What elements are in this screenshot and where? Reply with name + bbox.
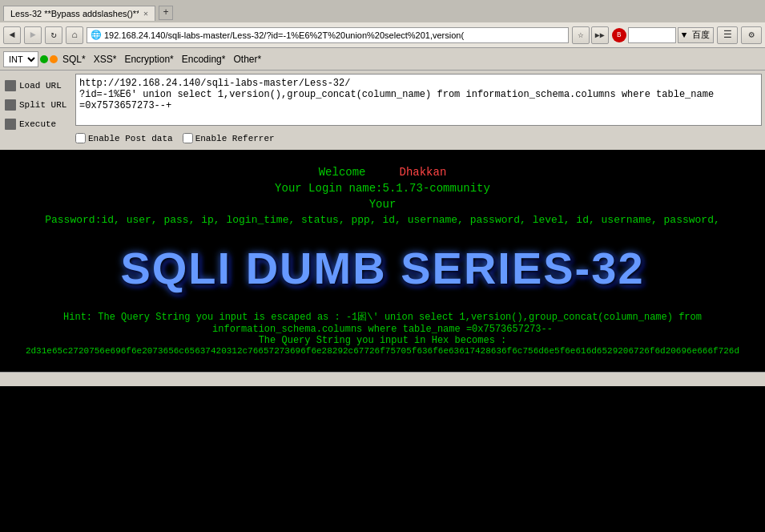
int-select[interactable]: INT bbox=[3, 51, 38, 67]
refresh-button[interactable]: ↻ bbox=[45, 26, 62, 44]
home-button[interactable]: ⌂ bbox=[66, 26, 83, 44]
execute-icon bbox=[5, 119, 16, 130]
referrer-label: Enable Referrer bbox=[195, 134, 275, 143]
sql-menu[interactable]: SQL* bbox=[59, 53, 89, 66]
query-panel: Load URL Split URL Execute Enable Post d… bbox=[0, 71, 765, 150]
forward-button[interactable]: ► bbox=[24, 26, 42, 44]
other-menu[interactable]: Other* bbox=[230, 53, 264, 66]
tab-close-icon[interactable]: ✕ bbox=[143, 9, 148, 18]
hint-area: Hint: The Query String you input is esca… bbox=[8, 310, 757, 356]
status-bar bbox=[0, 372, 765, 386]
load-url-button[interactable]: Load URL bbox=[3, 79, 69, 93]
split-url-button[interactable]: Split URL bbox=[3, 98, 69, 112]
your-line: Your bbox=[8, 198, 757, 211]
hint-line2: information_schema.columns where table_n… bbox=[8, 324, 757, 335]
hint-line1: Hint: The Query String you input is esca… bbox=[8, 310, 757, 324]
dot-green-icon bbox=[40, 55, 48, 63]
referrer-checkbox[interactable] bbox=[183, 133, 193, 143]
rss-icon[interactable]: ▶▶ bbox=[591, 26, 609, 44]
baidu-logo-icon: B bbox=[612, 28, 626, 42]
baidu-label-text: ▼ 百度 bbox=[682, 29, 710, 41]
query-textarea[interactable] bbox=[75, 74, 762, 126]
tab-title: Less-32 **Bypass addslashes()** bbox=[10, 9, 139, 18]
side-panel: Load URL Split URL Execute bbox=[0, 71, 72, 150]
execute-label: Execute bbox=[19, 119, 56, 129]
load-url-label: Load URL bbox=[19, 81, 62, 91]
address-bar[interactable]: 🌐 192.168.24.140/sqli-labs-master/Less-3… bbox=[87, 27, 569, 43]
globe-icon: 🌐 bbox=[91, 30, 102, 40]
welcome-line: Welcome Dhakkan bbox=[8, 166, 757, 179]
checkboxes: Enable Post data Enable Referrer bbox=[75, 130, 762, 147]
dot-orange-icon bbox=[50, 55, 58, 63]
toolbar: INT SQL* XSS* Encryption* Encoding* Othe… bbox=[0, 48, 765, 71]
address-text: 192.168.24.140/sqli-labs-master/Less-32/… bbox=[104, 30, 464, 40]
back-button[interactable]: ◄ bbox=[3, 26, 21, 44]
split-url-icon bbox=[5, 99, 16, 111]
active-tab[interactable]: Less-32 **Bypass addslashes()** ✕ bbox=[3, 6, 155, 21]
baidu-search-button[interactable]: ▼ 百度 bbox=[678, 27, 714, 43]
password-line: Password:id, user, pass, ip, login_time,… bbox=[8, 214, 757, 226]
nav-bar: ◄ ► ↻ ⌂ 🌐 192.168.24.140/sqli-labs-maste… bbox=[0, 22, 765, 48]
split-url-label: Split URL bbox=[19, 100, 66, 110]
post-data-checkbox-label[interactable]: Enable Post data bbox=[75, 133, 173, 143]
execute-button[interactable]: Execute bbox=[3, 117, 69, 131]
menu-button[interactable]: ☰ bbox=[717, 26, 738, 44]
referrer-checkbox-label[interactable]: Enable Referrer bbox=[183, 133, 275, 143]
hex-value: 2d31e65c2720756e696f6e2073656c6563742031… bbox=[8, 346, 757, 356]
logo-area: SQLI DUMB SERIES-32 bbox=[8, 242, 757, 294]
login-line: Your Login name:5.1.73-community bbox=[8, 182, 757, 195]
tools-button[interactable]: ⚙ bbox=[741, 26, 762, 44]
new-tab-button[interactable]: + bbox=[159, 6, 173, 20]
post-data-checkbox[interactable] bbox=[75, 133, 86, 143]
logo-text: SQLI DUMB SERIES-32 bbox=[8, 242, 757, 294]
load-url-icon bbox=[5, 80, 16, 91]
welcome-label: Welcome bbox=[319, 166, 366, 179]
browser-window: Less-32 **Bypass addslashes()** ✕ + ◄ ► … bbox=[0, 0, 765, 386]
post-data-label: Enable Post data bbox=[88, 134, 173, 143]
star-icon[interactable]: ☆ bbox=[572, 26, 590, 44]
search-input[interactable] bbox=[628, 27, 676, 43]
encoding-menu[interactable]: Encoding* bbox=[179, 53, 229, 66]
search-area: B ▼ 百度 bbox=[612, 27, 714, 43]
xss-menu[interactable]: XSS* bbox=[91, 53, 120, 66]
welcome-name: Dhakkan bbox=[400, 166, 447, 179]
encryption-menu[interactable]: Encryption* bbox=[121, 53, 176, 66]
tab-bar: Less-32 **Bypass addslashes()** ✕ + bbox=[0, 0, 765, 22]
hint-line3: The Query String you input in Hex become… bbox=[8, 335, 757, 346]
page-content: Welcome Dhakkan Your Login name:5.1.73-c… bbox=[0, 150, 765, 372]
welcome-area: Welcome Dhakkan Your Login name:5.1.73-c… bbox=[8, 166, 757, 226]
query-area: Enable Post data Enable Referrer bbox=[72, 71, 765, 150]
